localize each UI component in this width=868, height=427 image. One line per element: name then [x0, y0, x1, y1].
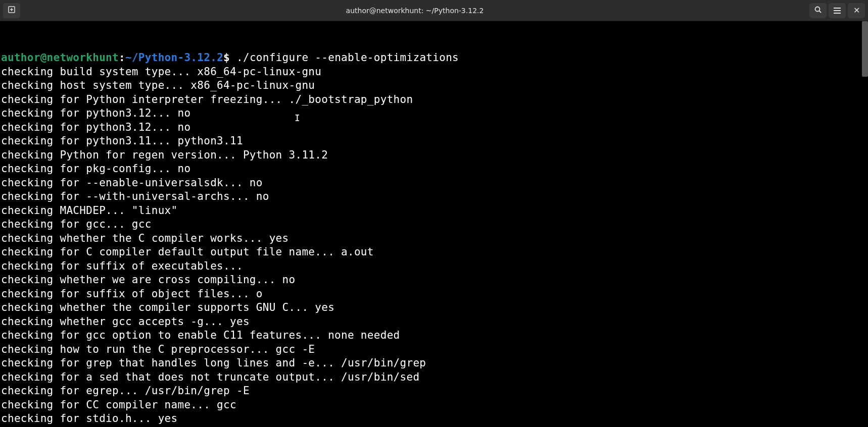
prompt-command: ./configure --enable-optimizations	[230, 51, 459, 64]
terminal-content[interactable]: author@networkhunt:~/Python-3.12.2$ ./co…	[0, 21, 868, 427]
output-line: checking for --with-universal-archs... n…	[1, 190, 867, 204]
svg-point-3	[815, 7, 820, 12]
output-line: checking MACHDEP... "linux"	[1, 204, 867, 218]
titlebar-right: ✕	[809, 3, 865, 18]
prompt-line: author@networkhunt:~/Python-3.12.2$ ./co…	[1, 51, 867, 65]
prompt-user-host: author@networkhunt	[1, 51, 119, 64]
output-line: checking for a sed that does not truncat…	[1, 370, 867, 385]
hamburger-icon	[834, 8, 841, 14]
output-line: checking whether the compiler supports G…	[1, 301, 867, 315]
output-line: checking for Python interpreter freezing…	[1, 93, 867, 107]
search-icon	[814, 6, 822, 15]
output-line: checking how to run the C preprocessor..…	[1, 343, 867, 357]
window-titlebar: author@networkhunt: ~/Python-3.12.2 ✕	[0, 0, 868, 21]
svg-line-4	[819, 11, 822, 13]
titlebar-left	[3, 3, 20, 18]
output-line: checking for CC compiler name... gcc	[1, 398, 867, 412]
output-line: checking for gcc... gcc	[1, 218, 867, 232]
scrollbar-thumb[interactable]	[862, 21, 868, 77]
output-line: checking for C compiler default output f…	[1, 245, 867, 259]
output-line: checking for python3.11... python3.11	[1, 134, 867, 148]
output-line: checking for gcc option to enable C11 fe…	[1, 329, 867, 343]
output-line: checking for python3.12... no	[1, 121, 867, 135]
prompt-dollar: $	[223, 51, 230, 64]
new-tab-button[interactable]	[3, 3, 20, 18]
output-line: checking host system type... x86_64-pc-l…	[1, 79, 867, 93]
output-line: checking for suffix of executables...	[1, 259, 867, 274]
output-line: checking build system type... x86_64-pc-…	[1, 65, 867, 79]
text-cursor-icon: I	[295, 111, 300, 125]
output-line: checking for grep that handles long line…	[1, 356, 867, 370]
output-line: checking for egrep... /usr/bin/grep -E	[1, 384, 867, 398]
output-line: checking for python3.12... no	[1, 106, 867, 121]
prompt-path: ~/Python-3.12.2	[125, 51, 223, 64]
menu-button[interactable]	[829, 3, 846, 18]
output-line: checking whether we are cross compiling.…	[1, 273, 867, 287]
close-icon: ✕	[853, 6, 860, 15]
output-line: checking Python for regen version... Pyt…	[1, 148, 867, 163]
output-line: checking whether the C compiler works...…	[1, 232, 867, 246]
output-line: checking for --enable-universalsdk... no	[1, 176, 867, 190]
close-button[interactable]: ✕	[848, 3, 865, 18]
output-line: checking for suffix of object files... o	[1, 287, 867, 301]
new-tab-icon	[8, 6, 16, 15]
prompt-colon: :	[119, 51, 125, 64]
search-button[interactable]	[809, 3, 827, 18]
window-title: author@networkhunt: ~/Python-3.12.2	[20, 7, 809, 15]
output-line: checking for stdio.h... yes	[1, 412, 867, 426]
output-line: checking for pkg-config... no	[1, 162, 867, 176]
output-line: checking whether gcc accepts -g... yes	[1, 315, 867, 329]
